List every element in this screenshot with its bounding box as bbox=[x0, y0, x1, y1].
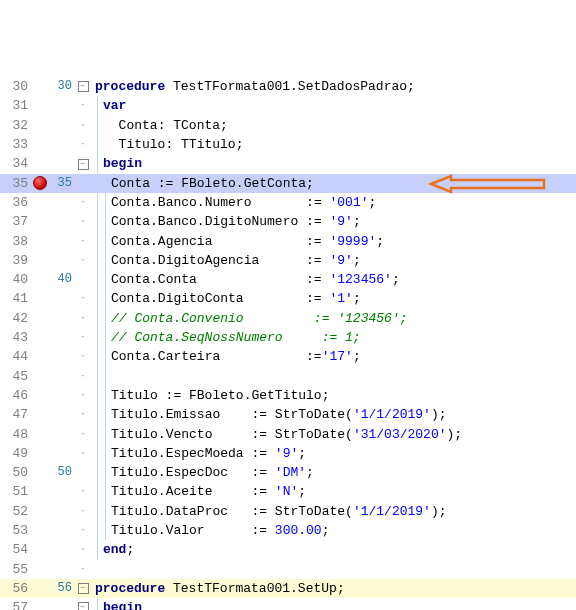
code-line[interactable]: 42·// Conta.Convenio := '123456'; bbox=[0, 309, 576, 328]
token: '001' bbox=[329, 195, 368, 210]
fold-gutter[interactable]: · bbox=[76, 193, 90, 212]
code-content[interactable]: Conta: TConta; bbox=[95, 116, 576, 135]
fold-gutter[interactable]: − bbox=[76, 602, 90, 610]
code-content[interactable]: Conta.Banco.DigitoNumero := '9'; bbox=[95, 212, 576, 231]
code-content[interactable]: procedure TestTFormata001.SetUp; bbox=[95, 579, 576, 598]
code-content[interactable]: end; bbox=[95, 540, 576, 559]
line-number: 56 bbox=[0, 579, 32, 598]
fold-gutter[interactable]: − bbox=[76, 81, 90, 92]
fold-gutter[interactable]: · bbox=[76, 502, 90, 521]
code-line[interactable]: 49·Titulo.EspecMoeda := '9'; bbox=[0, 444, 576, 463]
code-line[interactable]: 44·Conta.Carteira :='17'; bbox=[0, 347, 576, 366]
code-line[interactable]: 52·Titulo.DataProc := StrToDate('1/1/201… bbox=[0, 502, 576, 521]
code-line[interactable]: 48·Titulo.Vencto := StrToDate('31/03/202… bbox=[0, 425, 576, 444]
line-number: 49 bbox=[0, 444, 32, 463]
code-line[interactable]: 31·var bbox=[0, 96, 576, 115]
token: Emissao bbox=[166, 407, 252, 422]
fold-gutter[interactable]: · bbox=[76, 251, 90, 270]
line-number: 42 bbox=[0, 309, 32, 328]
code-line[interactable]: 33· Titulo: TTitulo; bbox=[0, 135, 576, 154]
fold-gutter[interactable]: · bbox=[76, 560, 90, 579]
line-number: 38 bbox=[0, 232, 32, 251]
code-line[interactable]: 39·Conta.DigitoAgencia := '9'; bbox=[0, 251, 576, 270]
code-line[interactable]: 57−begin bbox=[0, 598, 576, 610]
code-content[interactable]: Conta.DigitoConta := '1'; bbox=[95, 289, 576, 308]
fold-gutter[interactable]: · bbox=[76, 425, 90, 444]
fold-minus-icon[interactable]: − bbox=[78, 81, 89, 92]
code-line[interactable]: 45· bbox=[0, 367, 576, 386]
code-content[interactable]: Conta.Agencia := '9999'; bbox=[95, 232, 576, 251]
code-line[interactable]: 53·Titulo.Valor := 300.00; bbox=[0, 521, 576, 540]
code-line[interactable]: 43·// Conta.SeqNossNumero := 1; bbox=[0, 328, 576, 347]
code-content[interactable]: procedure TestTFormata001.SetDadosPadrao… bbox=[95, 77, 576, 96]
code-line[interactable]: 32· Conta: TConta; bbox=[0, 116, 576, 135]
code-content[interactable]: Titulo.DataProc := StrToDate('1/1/2019')… bbox=[95, 502, 576, 521]
code-line[interactable]: 4040Conta.Conta := '123456'; bbox=[0, 270, 576, 289]
fold-gutter[interactable]: · bbox=[76, 367, 90, 386]
fold-gutter[interactable]: · bbox=[76, 289, 90, 308]
code-content[interactable]: Conta.Carteira :='17'; bbox=[95, 347, 576, 366]
token: := bbox=[251, 427, 274, 442]
fold-gutter[interactable]: · bbox=[76, 405, 90, 424]
code-line[interactable]: 41·Conta.DigitoConta := '1'; bbox=[0, 289, 576, 308]
code-line[interactable]: 34−begin bbox=[0, 154, 576, 173]
code-line[interactable]: 3535Conta := FBoleto.GetConta; bbox=[0, 174, 576, 193]
fold-gutter[interactable]: · bbox=[76, 444, 90, 463]
fold-gutter[interactable]: · bbox=[76, 309, 90, 328]
code-content[interactable]: Conta.Banco.Numero := '001'; bbox=[95, 193, 576, 212]
code-line[interactable]: 5656−procedure TestTFormata001.SetUp; bbox=[0, 579, 576, 598]
fold-gutter[interactable]: · bbox=[76, 328, 90, 347]
code-line[interactable]: 54·end; bbox=[0, 540, 576, 559]
fold-gutter[interactable]: · bbox=[76, 347, 90, 366]
code-content[interactable]: Conta := FBoleto.GetConta; bbox=[95, 174, 576, 193]
fold-gutter[interactable]: · bbox=[76, 212, 90, 231]
fold-minus-icon[interactable]: − bbox=[78, 159, 89, 170]
code-line[interactable]: 36·Conta.Banco.Numero := '001'; bbox=[0, 193, 576, 212]
code-line[interactable]: 38·Conta.Agencia := '9999'; bbox=[0, 232, 576, 251]
fold-gutter[interactable]: · bbox=[76, 482, 90, 501]
code-content[interactable]: Titulo := FBoleto.GetTitulo; bbox=[95, 386, 576, 405]
code-content[interactable]: Titulo.Emissao := StrToDate('1/1/2019'); bbox=[95, 405, 576, 424]
code-content[interactable]: Titulo.Valor := 300.00; bbox=[95, 521, 576, 540]
code-content[interactable]: Titulo.Vencto := StrToDate('31/03/2020')… bbox=[95, 425, 576, 444]
code-content[interactable]: // Conta.Convenio := '123456'; bbox=[95, 309, 576, 328]
fold-gutter[interactable]: · bbox=[76, 96, 90, 115]
code-line[interactable]: 5050Titulo.EspecDoc := 'DM'; bbox=[0, 463, 576, 482]
fold-gutter[interactable]: · bbox=[76, 540, 90, 559]
fold-minus-icon[interactable]: − bbox=[78, 583, 89, 594]
code-line[interactable]: 3030−procedure TestTFormata001.SetDadosP… bbox=[0, 77, 576, 96]
code-line[interactable]: 51·Titulo.Aceite := 'N'; bbox=[0, 482, 576, 501]
fold-gutter[interactable]: − bbox=[76, 159, 90, 170]
code-content[interactable]: begin bbox=[95, 598, 576, 610]
fold-gutter[interactable]: · bbox=[76, 135, 90, 154]
code-content[interactable]: Titulo: TTitulo; bbox=[95, 135, 576, 154]
code-content[interactable]: var bbox=[95, 96, 576, 115]
token: StrToDate bbox=[275, 407, 345, 422]
code-content[interactable]: Titulo.EspecMoeda := '9'; bbox=[95, 444, 576, 463]
code-line[interactable]: 37·Conta.Banco.DigitoNumero := '9'; bbox=[0, 212, 576, 231]
token: . bbox=[158, 523, 166, 538]
code-content[interactable]: Conta.DigitoAgencia := '9'; bbox=[95, 251, 576, 270]
code-content[interactable]: // Conta.SeqNossNumero := 1; bbox=[95, 328, 576, 347]
code-line[interactable]: 55· bbox=[0, 560, 576, 579]
breakpoint-icon[interactable] bbox=[33, 176, 47, 190]
token: Titulo bbox=[111, 446, 158, 461]
code-content[interactable]: begin bbox=[95, 154, 576, 173]
token: . bbox=[150, 234, 158, 249]
fold-gutter[interactable]: − bbox=[76, 583, 90, 594]
breakpoint-gutter[interactable] bbox=[32, 176, 48, 190]
code-content[interactable]: Titulo.EspecDoc := 'DM'; bbox=[95, 463, 576, 482]
code-content[interactable]: Titulo.Aceite := 'N'; bbox=[95, 482, 576, 501]
fold-gutter[interactable]: · bbox=[76, 116, 90, 135]
code-line[interactable]: 46·Titulo := FBoleto.GetTitulo; bbox=[0, 386, 576, 405]
fold-gutter[interactable]: · bbox=[76, 521, 90, 540]
code-content[interactable] bbox=[95, 367, 576, 386]
fold-minus-icon[interactable]: − bbox=[78, 602, 89, 610]
token: ; bbox=[376, 234, 384, 249]
fold-gutter[interactable]: · bbox=[76, 386, 90, 405]
fold-gutter[interactable]: · bbox=[76, 232, 90, 251]
token: := bbox=[306, 195, 329, 210]
code-line[interactable]: 47·Titulo.Emissao := StrToDate('1/1/2019… bbox=[0, 405, 576, 424]
code-editor[interactable]: 3030−procedure TestTFormata001.SetDadosP… bbox=[0, 77, 576, 610]
code-content[interactable]: Conta.Conta := '123456'; bbox=[95, 270, 576, 289]
